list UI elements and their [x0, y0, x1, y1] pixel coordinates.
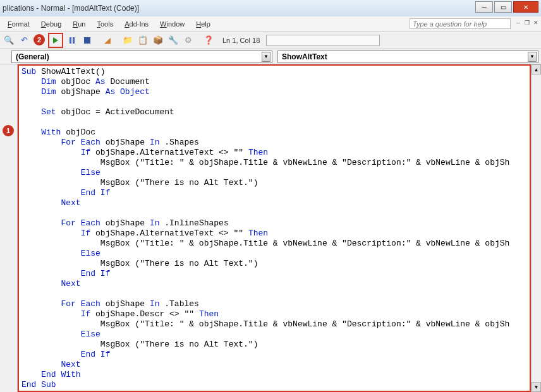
project-explorer-icon[interactable]: 📁	[121, 34, 134, 47]
dropdown-arrow-icon: ▼	[262, 52, 270, 62]
mdi-close[interactable]: ✕	[532, 19, 540, 27]
object-dropdown-value: (General)	[16, 52, 49, 61]
editor-area: 1 Sub ShowAltText() Dim objDoc As Docume…	[0, 64, 541, 392]
maximize-button[interactable]: ▭	[494, 1, 512, 13]
object-browser-icon[interactable]: 📦	[152, 34, 164, 47]
dropdown-arrow-icon: ▼	[528, 52, 537, 62]
tools-icon[interactable]: ⚙	[182, 34, 195, 47]
help-search-input[interactable]	[410, 18, 511, 29]
margin-gutter: 1	[0, 64, 18, 392]
object-dropdown[interactable]: (General) ▼	[11, 50, 272, 63]
stop-icon	[84, 37, 90, 44]
find-icon[interactable]: 🔍	[3, 34, 15, 47]
minimize-button[interactable]: ─	[475, 1, 493, 13]
menu-format[interactable]: Format	[3, 18, 35, 30]
undo-icon[interactable]: ↶	[18, 34, 30, 47]
toolbar: 🔍 ↶ ↷ 2 ◢ 📁 📋 📦 🔧 ⚙ ❓ Ln 1, Col 18	[0, 32, 541, 49]
mdi-controls: ─ ❐ ✕	[514, 19, 540, 27]
menu-window[interactable]: Window	[155, 18, 190, 30]
run-button[interactable]	[49, 34, 62, 47]
code-editor[interactable]: Sub ShowAltText() Dim objDoc As Document…	[18, 64, 531, 392]
menu-run[interactable]: Run	[68, 18, 90, 30]
menu-addins[interactable]: Add-Ins	[119, 18, 154, 30]
pause-icon	[70, 37, 75, 44]
properties-icon[interactable]: 📋	[137, 34, 149, 47]
menu-help[interactable]: Help	[191, 18, 216, 30]
window-controls: ─ ▭ ✕	[475, 1, 538, 13]
help-icon[interactable]: ❓	[202, 34, 215, 47]
window-title: plications - Normal - [modAltText (Code)…	[3, 4, 139, 13]
pause-button[interactable]	[66, 34, 78, 47]
mdi-restore[interactable]: ❐	[523, 19, 531, 27]
menu-tools[interactable]: Tools	[92, 18, 119, 30]
scroll-up-icon[interactable]: ▲	[532, 64, 541, 74]
object-proc-bar: (General) ▼ ShowAltText ▼	[0, 49, 541, 64]
title-bar: plications - Normal - [modAltText (Code)…	[0, 0, 541, 16]
menu-bar: Format Debug Run Tools Add-Ins Window He…	[0, 16, 541, 32]
callout-2: 2	[33, 34, 45, 45]
scroll-down-icon[interactable]: ▼	[532, 382, 541, 392]
procedure-dropdown[interactable]: ShowAltText ▼	[277, 50, 538, 63]
toolbox-icon[interactable]: 🔧	[167, 34, 179, 47]
procedure-dropdown-value: ShowAltText	[282, 52, 327, 61]
menu-debug[interactable]: Debug	[36, 18, 66, 30]
toolbar-combo[interactable]	[266, 35, 380, 46]
mdi-minimize[interactable]: ─	[514, 19, 522, 27]
design-mode-icon[interactable]: ◢	[101, 34, 114, 47]
scroll-track[interactable]	[532, 74, 541, 382]
close-button[interactable]: ✕	[513, 1, 538, 13]
callout-1: 1	[3, 125, 14, 136]
vertical-scrollbar[interactable]: ▲ ▼	[531, 64, 541, 392]
run-button-highlight	[48, 33, 63, 48]
stop-button[interactable]	[81, 34, 94, 47]
play-icon	[53, 37, 58, 44]
cursor-position: Ln 1, Col 18	[222, 37, 260, 44]
